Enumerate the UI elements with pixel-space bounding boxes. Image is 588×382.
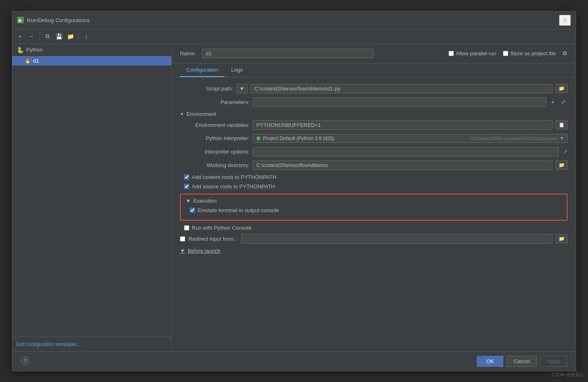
add-content-roots-row: Add content roots to PYTHONPATH <box>180 174 568 180</box>
environment-label: Environment <box>186 111 216 117</box>
file-icon: 🔥 <box>25 58 31 63</box>
run-debug-dialog: ▶ Run/Debug Configurations ✕ + − ⧉ 💾 📁 ↕… <box>12 11 576 371</box>
parameters-row: Parameters: + ⤢ <box>180 97 568 107</box>
execution-section-label[interactable]: ▼ Execution <box>186 198 562 204</box>
apply-button[interactable]: Apply <box>540 356 568 367</box>
script-path-row: Script path: ▼ 📁 <box>180 84 568 93</box>
store-project-checkbox-label[interactable]: Store as project file <box>503 50 556 57</box>
title-bar-left: ▶ Run/Debug Configurations <box>17 17 90 23</box>
execution-container: ▼ Execution Emulate terminal in output c… <box>180 194 568 221</box>
interpreter-options-label: Interpreter options: <box>180 149 249 155</box>
sidebar-python-label: Python <box>26 47 43 53</box>
parameters-input[interactable] <box>253 97 546 107</box>
interpreter-path: C:\Users\18496\.conda\envs\d2l\python.ex… <box>470 136 557 141</box>
interpreter-options-row: Interpreter options: ⤢ <box>180 147 568 156</box>
sidebar-item-d1[interactable]: 🔥 d1 <box>12 56 171 66</box>
dialog-icon: ▶ <box>17 17 24 23</box>
ok-button[interactable]: OK <box>477 356 503 367</box>
add-source-roots-checkbox[interactable] <box>184 184 189 189</box>
dialog-footer: ? OK Cancel Apply <box>12 351 576 371</box>
env-variables-browse-button[interactable]: 📋 <box>556 120 568 129</box>
run-python-console-label[interactable]: Run with Python Console <box>192 225 251 231</box>
working-dir-label: Working directory: <box>180 162 249 168</box>
script-path-browse-button[interactable]: 📁 <box>556 84 568 93</box>
redirect-input-checkbox[interactable] <box>180 236 185 242</box>
working-dir-browse-button[interactable]: 📁 <box>556 160 568 170</box>
python-interpreter-select[interactable]: Project Default (Python 3.8 (d2l)) C:\Us… <box>253 134 568 143</box>
header-right: Allow parallel run Store as project file… <box>449 50 568 57</box>
settings-gear-icon[interactable]: ⚙ <box>562 50 568 57</box>
cancel-button[interactable]: Cancel <box>507 356 537 367</box>
name-label: Name: <box>180 50 195 57</box>
interpreter-options-expand-icon[interactable]: ⤢ <box>563 149 568 154</box>
python-icon: 🐍 <box>16 46 24 54</box>
config-header: Name: Allow parallel run Store as projec… <box>172 44 576 63</box>
interpreter-options-input[interactable] <box>253 147 559 156</box>
parameters-expand-button[interactable]: ⤢ <box>559 98 568 106</box>
title-bar: ▶ Run/Debug Configurations ✕ <box>12 11 576 29</box>
copy-config-button[interactable]: ⧉ <box>43 32 52 41</box>
sidebar-python-group: 🐍 Python <box>12 44 171 56</box>
tab-logs[interactable]: Logs <box>224 63 249 77</box>
watermark: CSDN @凌觅心 <box>552 372 584 378</box>
interpreter-status-dot <box>256 136 260 140</box>
redirect-input-browse-button[interactable]: 📁 <box>556 234 568 243</box>
store-project-label: Store as project file <box>510 50 556 57</box>
sidebar-item-label: d1 <box>33 58 39 64</box>
folder-config-button[interactable]: 📁 <box>66 32 75 41</box>
edit-config-templates-link[interactable]: Edit configuration templates... <box>16 341 81 347</box>
environment-section-header[interactable]: ▼ Environment <box>180 111 568 117</box>
script-path-label: Script path: <box>180 86 233 92</box>
right-panel: Name: Allow parallel run Store as projec… <box>172 44 576 351</box>
close-button[interactable]: ✕ <box>559 15 571 26</box>
before-launch-label: Before launch <box>188 248 220 254</box>
add-content-roots-checkbox[interactable] <box>184 174 189 180</box>
tabs-bar: Configuration Logs <box>172 63 576 77</box>
save-config-button[interactable]: 💾 <box>54 32 63 41</box>
emulate-terminal-row: Emulate terminal in output console <box>186 207 562 213</box>
help-button[interactable]: ? <box>20 357 29 366</box>
dialog-title: Run/Debug Configurations <box>27 17 90 23</box>
env-variables-row: Environment variables: 📋 <box>180 120 568 130</box>
footer-right: OK Cancel Apply <box>477 356 568 367</box>
store-project-checkbox[interactable] <box>503 51 508 56</box>
emulate-terminal-label[interactable]: Emulate terminal in output console <box>197 207 279 213</box>
add-source-roots-row: Add source roots to PYTHONPATH <box>180 183 568 190</box>
name-input[interactable] <box>202 49 374 58</box>
allow-parallel-checkbox[interactable] <box>449 51 454 56</box>
env-variables-input[interactable] <box>253 120 552 130</box>
redirect-input-row: Redirect input from: 📁 <box>180 234 568 244</box>
script-path-input[interactable] <box>251 84 552 93</box>
add-source-roots-label[interactable]: Add source roots to PYTHONPATH <box>192 183 275 190</box>
sidebar: 🐍 Python 🔥 d1 Edit configuration templat… <box>12 44 172 351</box>
script-path-dropdown[interactable]: ▼ <box>236 84 247 93</box>
move-config-button[interactable]: ↕ <box>82 32 91 41</box>
working-directory-row: Working directory: 📁 <box>180 160 568 170</box>
run-python-console-checkbox[interactable] <box>184 225 189 231</box>
working-dir-input[interactable] <box>253 160 552 170</box>
remove-config-button[interactable]: − <box>27 32 36 41</box>
toolbar-separator-2 <box>78 33 79 40</box>
allow-parallel-checkbox-label[interactable]: Allow parallel run <box>449 50 496 57</box>
tab-configuration[interactable]: Configuration <box>180 63 224 77</box>
execution-collapse-icon: ▼ <box>186 198 191 204</box>
add-content-roots-label[interactable]: Add content roots to PYTHONPATH <box>192 174 276 180</box>
execution-section: ▼ Execution Emulate terminal in output c… <box>180 194 568 221</box>
add-config-button[interactable]: + <box>16 32 25 41</box>
env-variables-label: Environment variables: <box>180 122 249 128</box>
main-content: 🐍 Python 🔥 d1 Edit configuration templat… <box>12 44 576 351</box>
redirect-input-label[interactable]: Redirect input from: <box>189 236 235 242</box>
sidebar-footer: Edit configuration templates... <box>12 337 171 351</box>
before-launch-collapse-icon: ▼ <box>180 248 185 254</box>
before-launch-header[interactable]: ▼ Before launch <box>180 248 568 254</box>
redirect-input-field[interactable] <box>241 234 552 244</box>
interpreter-dropdown-icon: ▼ <box>560 136 564 140</box>
parameters-add-button[interactable]: + <box>550 98 556 106</box>
emulate-terminal-checkbox[interactable] <box>190 208 195 213</box>
config-body: Script path: ▼ 📁 Parameters: + ⤢ ▼ <box>172 77 576 351</box>
python-interpreter-row: Python interpreter: Project Default (Pyt… <box>180 134 568 143</box>
toolbar: + − ⧉ 💾 📁 ↕ <box>12 29 576 44</box>
run-python-console-row: Run with Python Console <box>180 225 568 231</box>
environment-collapse-icon: ▼ <box>180 112 184 116</box>
python-interpreter-label: Python interpreter: <box>180 135 249 141</box>
